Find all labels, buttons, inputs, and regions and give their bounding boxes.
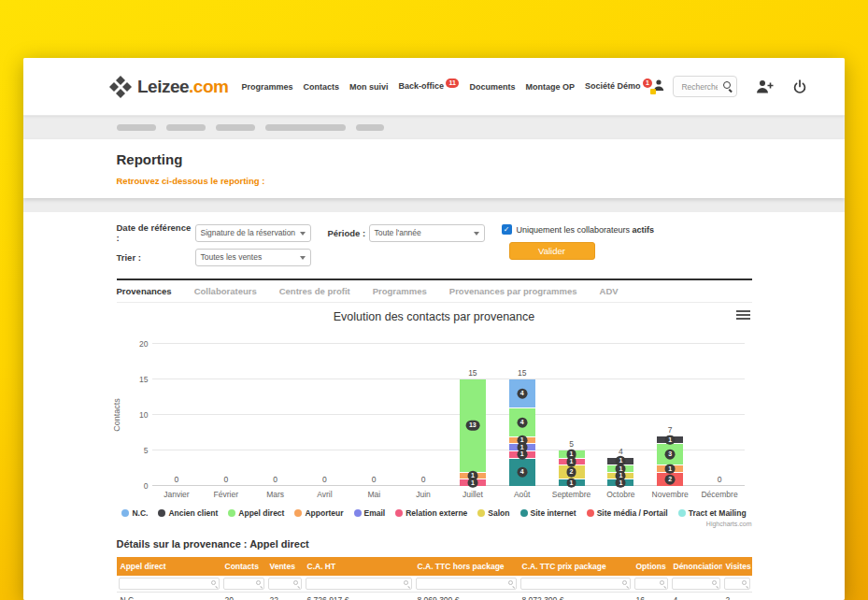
column-header-visites: Visites bbox=[722, 557, 752, 576]
legend-item-email[interactable]: Email bbox=[354, 508, 386, 518]
chart-plot-wrap: Contacts 0510152000000015131115441114511… bbox=[152, 344, 745, 486]
nav-item-contacts[interactable]: Contacts bbox=[303, 82, 339, 92]
nav-item-mon-suivi[interactable]: Mon suivi bbox=[349, 82, 389, 92]
table-cell: 16 bbox=[633, 593, 670, 600]
bar-total-label: 15 bbox=[518, 368, 526, 378]
bar-segment-ancien-client[interactable]: 1 bbox=[657, 436, 683, 444]
legend-item-ancien-client[interactable]: Ancien client bbox=[158, 508, 218, 518]
bar-segment-salon[interactable]: 2 bbox=[559, 464, 585, 479]
segment-value-badge: 4 bbox=[517, 418, 527, 428]
tab-programmes[interactable]: Programmes bbox=[373, 286, 427, 296]
tab-centres-de-profit[interactable]: Centres de profit bbox=[279, 286, 350, 296]
nav-item-back-office[interactable]: Back-office11 bbox=[399, 81, 460, 92]
tab-adv[interactable]: ADV bbox=[600, 286, 619, 296]
logo[interactable]: Leizee.com bbox=[109, 76, 228, 98]
add-contact-button[interactable] bbox=[756, 79, 774, 93]
bar-column-juin: 0 bbox=[399, 344, 448, 486]
legend-item-appel-direct[interactable]: Appel direct bbox=[228, 508, 284, 518]
tab-collaborateurs[interactable]: Collaborateurs bbox=[194, 286, 257, 296]
table-cell: 8 072 300 € bbox=[519, 593, 633, 600]
legend-item-apporteur[interactable]: Apporteur bbox=[294, 508, 343, 518]
bar-total-label: 0 bbox=[223, 475, 228, 484]
bar-segment-site-internet[interactable]: 4 bbox=[509, 458, 535, 486]
bar-segment-relation-externe[interactable]: 1 bbox=[559, 458, 585, 465]
column-header-c-a-ttc-hors-package: C.A. TTC hors package bbox=[414, 557, 519, 576]
x-label-novembre: Novembre bbox=[646, 490, 695, 499]
checkbox-checked-icon[interactable]: ✓ bbox=[502, 224, 512, 235]
segment-value-badge: 1 bbox=[616, 478, 626, 488]
bar-stack[interactable]: 1311 bbox=[460, 379, 486, 486]
legend-item-salon[interactable]: Salon bbox=[477, 508, 509, 518]
filter-search-icon bbox=[712, 580, 717, 585]
bar-stack[interactable]: 1312 bbox=[657, 436, 683, 486]
bar-segment-relation-externe[interactable]: 1 bbox=[460, 479, 486, 486]
bar-segment-site-internet[interactable]: 1 bbox=[559, 479, 585, 486]
tab-provenances[interactable]: Provenances bbox=[117, 286, 172, 296]
tab-provenances-par-programmes[interactable]: Provenances par programmes bbox=[449, 286, 577, 296]
legend-item-site-media-portail[interactable]: Site média / Portail bbox=[587, 508, 668, 518]
bar-segment-appel-direct[interactable]: 3 bbox=[657, 443, 683, 464]
x-label-avril: Avril bbox=[300, 490, 349, 499]
legend-label: Appel direct bbox=[238, 508, 284, 518]
notification-dot bbox=[650, 89, 656, 94]
bar-segment-relation-externe[interactable]: 1 bbox=[509, 450, 535, 458]
table-cell: 4 bbox=[670, 593, 722, 600]
tabs-bar: ProvenancesCollaborateursCentres de prof… bbox=[117, 280, 752, 303]
column-filter-box bbox=[520, 578, 631, 590]
nav-item-societe-demo[interactable]: Société Démo1 bbox=[585, 81, 652, 92]
column-filter-box bbox=[724, 578, 750, 590]
table-cell: N.C. bbox=[117, 593, 221, 600]
column-filter-box bbox=[119, 578, 220, 590]
user-status-icon[interactable] bbox=[652, 79, 665, 94]
legend-dot bbox=[354, 509, 362, 517]
bar-stack[interactable]: 441114 bbox=[509, 379, 535, 486]
date-reference-select[interactable]: Signature de la réservation bbox=[195, 224, 311, 242]
legend-item-n-c[interactable]: N.C. bbox=[121, 508, 148, 518]
legend-label: Tract et Mailing bbox=[689, 508, 747, 518]
filter-search-icon bbox=[508, 580, 513, 585]
active-collaborators-checkbox-row[interactable]: ✓ Uniquement les collaborateurs actifs bbox=[502, 224, 655, 235]
legend-item-tract-et-mailing[interactable]: Tract et Mailing bbox=[678, 508, 747, 518]
legend-label: N.C. bbox=[132, 508, 148, 518]
filter-search-icon bbox=[256, 580, 261, 585]
breadcrumb-placeholder bbox=[117, 124, 156, 131]
nav-item-label: Contacts bbox=[303, 82, 339, 92]
bar-total-label: 0 bbox=[372, 475, 377, 484]
valider-button[interactable]: Valider bbox=[509, 242, 595, 260]
filter-search-icon bbox=[742, 580, 747, 585]
bar-segment-apporteur[interactable]: 1 bbox=[657, 464, 683, 472]
column-header-c-a-ttc-prix-package: C.A. TTC prix package bbox=[519, 557, 633, 576]
bar-segment-appel-direct[interactable]: 4 bbox=[509, 407, 535, 436]
periode-select[interactable]: Toute l'année bbox=[369, 224, 485, 242]
chart-title: Evolution des contacts par provenance bbox=[117, 310, 752, 323]
trier-value: Toutes les ventes bbox=[201, 252, 263, 262]
legend-dot bbox=[520, 509, 528, 517]
periode-value: Toute l'année bbox=[375, 228, 421, 237]
logout-button[interactable] bbox=[792, 79, 807, 94]
trier-select[interactable]: Toutes les ventes bbox=[195, 249, 311, 266]
column-filter-input-c-a-ttc-prix-package[interactable] bbox=[520, 578, 631, 590]
column-filter-input-c-a-ttc-hors-package[interactable] bbox=[416, 578, 517, 590]
bar-total-label: 0 bbox=[718, 475, 722, 484]
bar-segment-site-internet[interactable]: 1 bbox=[607, 479, 633, 486]
chart-menu-icon[interactable] bbox=[736, 310, 750, 321]
bar-column-decembre: 0 bbox=[695, 344, 745, 486]
table-cell: 22 bbox=[266, 593, 304, 600]
bar-segment-appel-direct[interactable]: 13 bbox=[460, 379, 486, 472]
nav-item-montage-op[interactable]: Montage OP bbox=[525, 82, 575, 92]
filter-cell bbox=[670, 576, 722, 593]
bar-column-fevrier: 0 bbox=[201, 344, 250, 486]
column-filter-input-c-a-ht[interactable] bbox=[306, 578, 412, 590]
legend-label: Ancien client bbox=[168, 508, 218, 518]
bar-segment-n-c[interactable]: 4 bbox=[509, 379, 535, 407]
nav-item-programmes[interactable]: Programmes bbox=[241, 82, 292, 92]
legend-item-site-internet[interactable]: Site internet bbox=[520, 508, 576, 518]
chart-plot: 0510152000000015131115441114511214111171… bbox=[152, 344, 745, 486]
legend-item-relation-externe[interactable]: Relation externe bbox=[395, 508, 467, 518]
trier-label: Trier : bbox=[117, 252, 195, 263]
column-filter-input-appel-direct[interactable] bbox=[119, 578, 220, 590]
bar-segment-site-media-portail[interactable]: 2 bbox=[657, 472, 683, 486]
bar-stack[interactable]: 1121 bbox=[559, 450, 585, 486]
bar-stack[interactable]: 1111 bbox=[607, 458, 633, 486]
nav-item-documents[interactable]: Documents bbox=[469, 82, 515, 92]
